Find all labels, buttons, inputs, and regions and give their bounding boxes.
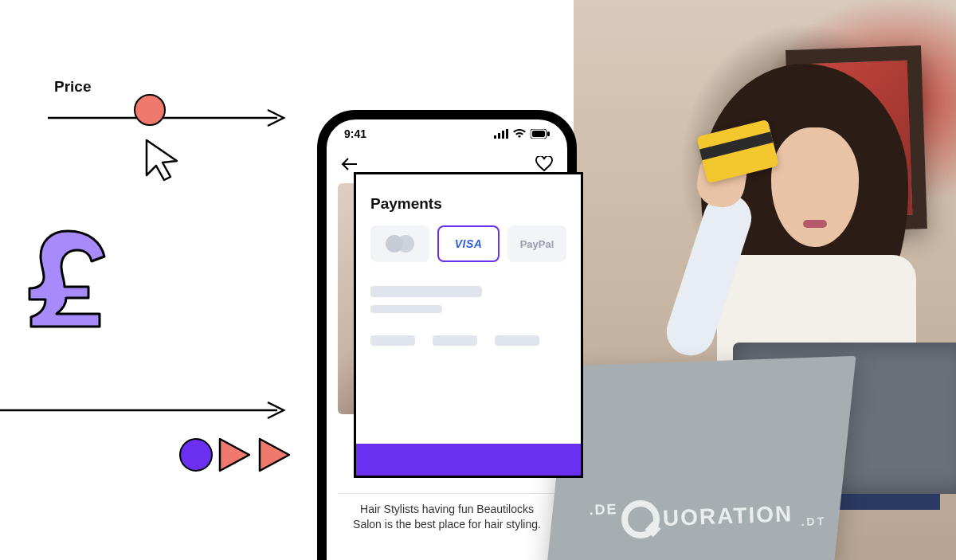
- svg-rect-6: [498, 133, 500, 139]
- svg-marker-4: [260, 439, 289, 471]
- pound-currency-icon: [12, 217, 108, 328]
- payment-options-row: VISA PayPal: [370, 225, 566, 262]
- arrow-left-icon: [341, 157, 358, 171]
- svg-marker-3: [220, 439, 249, 471]
- payment-option-mastercard[interactable]: [370, 225, 429, 262]
- play-triangle-icon: [217, 437, 253, 473]
- cursor-icon: [143, 137, 182, 183]
- form-placeholder-cell: [433, 335, 477, 346]
- bag-brand-suffix: UORATION: [662, 501, 793, 531]
- play-triangle-icon: [257, 437, 292, 473]
- record-circle-icon: [179, 438, 213, 472]
- payments-panel: Payments VISA PayPal: [354, 172, 583, 478]
- svg-marker-1: [147, 140, 177, 180]
- battery-icon: [531, 129, 550, 139]
- form-placeholder-line: [370, 286, 482, 297]
- price-label: Price: [54, 78, 91, 96]
- paypal-logo: PayPal: [520, 238, 554, 250]
- back-button[interactable]: [341, 157, 358, 171]
- svg-rect-5: [494, 135, 496, 139]
- composition-canvas: Price: [0, 0, 956, 560]
- svg-rect-10: [532, 131, 545, 137]
- svg-rect-11: [547, 131, 550, 136]
- payments-title: Payments: [370, 195, 566, 213]
- status-bar: 9:41: [327, 119, 567, 148]
- form-placeholder-cell: [370, 335, 415, 346]
- bag-brand-small: .DT: [801, 515, 826, 533]
- payments-primary-button[interactable]: [356, 444, 581, 476]
- payment-option-paypal[interactable]: PayPal: [507, 225, 566, 262]
- form-placeholder-line: [370, 305, 442, 313]
- mastercard-icon: [386, 235, 414, 253]
- wifi-icon: [513, 129, 526, 139]
- signal-icon: [494, 129, 508, 139]
- media-controls-illustration: [179, 437, 292, 473]
- form-placeholder-cell: [495, 335, 539, 346]
- payment-option-visa[interactable]: VISA: [437, 225, 500, 262]
- lower-axis-arrow-icon: [0, 401, 287, 420]
- favorite-button[interactable]: [535, 156, 553, 172]
- bag-brand-prefix: .DE: [589, 501, 618, 519]
- form-placeholder-row: [370, 335, 566, 346]
- status-indicators: [494, 129, 550, 139]
- status-time: 9:41: [344, 127, 366, 140]
- price-slider-handle[interactable]: [134, 94, 166, 126]
- visa-logo: VISA: [455, 237, 483, 250]
- svg-rect-7: [502, 131, 504, 139]
- illustration-area: Price: [0, 0, 319, 560]
- price-axis-arrow-icon: [48, 108, 287, 127]
- bag-brand-q-icon: [621, 499, 660, 539]
- svg-rect-8: [506, 129, 508, 139]
- listing-description: Hair Stylists having fun Beautilocks Sal…: [327, 494, 567, 532]
- heart-icon: [535, 156, 553, 172]
